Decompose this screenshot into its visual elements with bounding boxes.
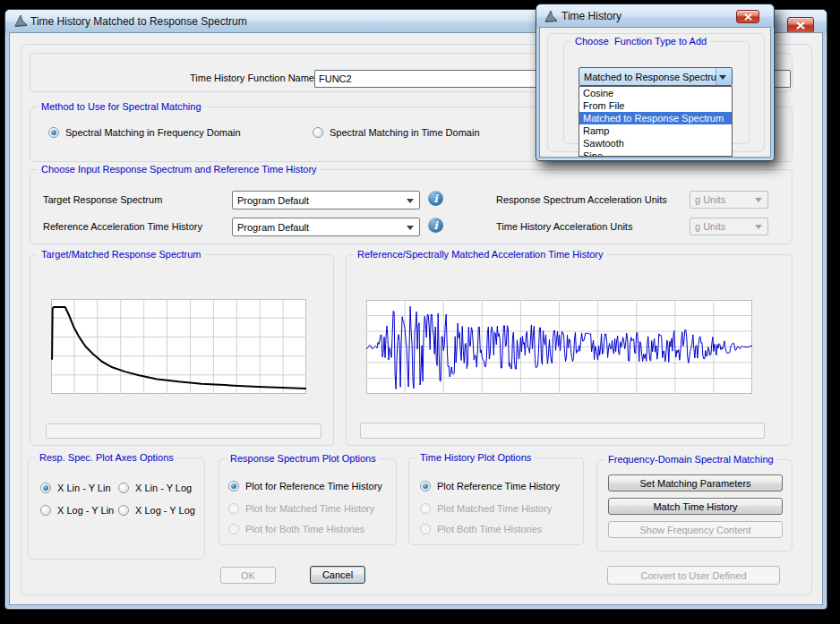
combo-value: Program Default [237, 222, 309, 233]
list-item-ramp[interactable]: Ramp [579, 124, 732, 137]
time-history-plot-title: Reference/Spectrally Matched Acceleratio… [354, 249, 607, 261]
radio-spectral-matching-time-domain[interactable]: Spectral Matching in Time Domain [313, 127, 480, 138]
radio-xlin-ylog[interactable]: X Lin - Y Log [118, 483, 192, 493]
radio-label: X Lin - Y Log [135, 483, 192, 493]
popup-title: Time History [561, 10, 621, 22]
spectrum-readout-bar [46, 423, 321, 439]
time-history-readout-bar [360, 423, 765, 439]
freq-matching-box: Frequency-Domain Spectral Matching Set M… [596, 459, 793, 551]
reference-time-history-label: Reference Acceleration Time History [43, 221, 202, 232]
convert-to-user-defined-button: Convert to User Defined [607, 566, 780, 585]
radio-label: Plot for Reference Time History [245, 481, 382, 492]
radio-icon [228, 503, 239, 514]
rs-plot-options-box: Response Spectrum Plot Options Plot for … [219, 458, 397, 545]
radio-plot-for-both-time-histories: Plot for Both Time Histories [228, 524, 364, 534]
radio-icon [40, 483, 51, 493]
chevron-down-icon [407, 226, 414, 230]
close-icon [744, 13, 752, 21]
input-section-title: Choose Input Response Spectrum and Refer… [38, 164, 321, 175]
radio-xlog-ylin[interactable]: X Log - Y Lin [40, 505, 114, 516]
radio-icon [420, 481, 431, 492]
function-name-label: Time History Function Name [117, 73, 314, 83]
rs-units-combo: g Units [690, 191, 768, 209]
response-spectrum-plot-box: Target/Matched Response Spectrum [30, 254, 334, 446]
combo-value: g Units [695, 194, 725, 205]
combo-value: Matched to Response Spectru [584, 72, 716, 82]
method-section-title: Method to Use for Spectral Matching [38, 101, 205, 113]
list-item-from-file[interactable]: From File [579, 99, 732, 112]
main-dialog-title: Time History Matched to Response Spectru… [30, 15, 247, 28]
axes-options-title: Resp. Spec. Plot Axes Options [36, 452, 177, 464]
radio-icon [420, 524, 431, 534]
chevron-down-icon [755, 225, 762, 229]
show-frequency-content-button: Show Frequency Content [608, 521, 783, 538]
radio-icon [118, 505, 129, 516]
radio-xlin-ylin[interactable]: X Lin - Y Lin [40, 483, 111, 493]
popup-client-area: Choose Function Type to Add Matched to R… [540, 28, 770, 157]
radio-icon [228, 524, 239, 534]
radio-plot-for-matched-time-history: Plot for Matched Time History [228, 503, 374, 514]
match-time-history-button[interactable]: Match Time History [608, 498, 783, 515]
radio-plot-both-time-histories: Plot Both Time Histories [420, 524, 542, 534]
radio-label: Plot Reference Time History [437, 481, 560, 492]
list-item-matched-to-response-spectrum[interactable]: Matched to Response Spectrum [579, 112, 732, 124]
list-item-cosine[interactable]: Cosine [579, 87, 732, 99]
target-spectrum-info-icon[interactable]: i [428, 191, 443, 206]
function-type-dropdown-list: Cosine From File Matched to Response Spe… [579, 86, 733, 157]
radio-icon [118, 483, 129, 493]
radio-label: Spectral Matching in Frequency Domain [65, 127, 241, 138]
chevron-down-icon [755, 198, 762, 202]
radio-label: X Log - Y Lin [57, 505, 114, 516]
target-response-spectrum-combo[interactable]: Program Default [232, 191, 420, 209]
popup-close-button[interactable] [736, 10, 759, 23]
radio-icon [228, 481, 239, 492]
time-history-popup-window: Time History Choose Function Type to Add… [536, 4, 775, 161]
set-matching-parameters-button[interactable]: Set Matching Parameters [608, 474, 783, 492]
th-plot-options-box: Time History Plot Options Plot Reference… [408, 457, 584, 545]
radio-label: Plot for Matched Time History [245, 503, 374, 514]
chevron-down-icon [719, 75, 726, 80]
radio-xlog-ylog[interactable]: X Log - Y Log [118, 505, 195, 516]
radio-spectral-matching-frequency-domain[interactable]: Spectral Matching in Frequency Domain [48, 127, 241, 138]
list-item-sawtooth[interactable]: Sawtooth [579, 137, 732, 150]
freq-matching-title: Frequency-Domain Spectral Matching [604, 454, 777, 466]
radio-icon [48, 127, 59, 138]
time-history-plot [366, 300, 752, 394]
main-close-button[interactable] [787, 17, 814, 33]
list-item-sine[interactable]: Sine [579, 150, 732, 157]
response-spectrum-plot [51, 299, 306, 394]
th-units-combo: g Units [690, 218, 768, 235]
combo-value: g Units [695, 221, 725, 232]
rs-plot-options-title: Response Spectrum Plot Options [227, 453, 380, 465]
app-icon [13, 14, 28, 29]
response-spectrum-plot-title: Target/Matched Response Spectrum [38, 249, 205, 261]
radio-icon [420, 503, 431, 514]
time-history-plot-box: Reference/Spectrally Matched Acceleratio… [346, 254, 793, 446]
target-response-spectrum-label: Target Response Spectrum [43, 194, 162, 205]
rs-units-label: Response Spectrum Acceleration Units [496, 194, 667, 205]
function-type-combo[interactable]: Matched to Response Spectru [579, 67, 733, 86]
th-plot-options-title: Time History Plot Options [416, 452, 535, 464]
radio-plot-reference-time-history[interactable]: Plot Reference Time History [420, 481, 560, 492]
th-units-label: Time History Acceleration Units [496, 221, 632, 232]
radio-label: Spectral Matching in Time Domain [330, 127, 480, 138]
axes-options-box: Resp. Spec. Plot Axes Options X Lin - Y … [28, 457, 205, 560]
reference-time-history-combo[interactable]: Program Default [232, 218, 420, 236]
radio-icon [313, 127, 323, 138]
app-icon [544, 10, 558, 24]
radio-label: Plot Matched Time History [437, 503, 552, 514]
screenshot-stage: Time History Matched to Response Spectru… [0, 0, 840, 624]
chevron-down-icon [407, 199, 414, 203]
radio-label: X Lin - Y Lin [57, 483, 111, 493]
radio-label: Plot for Both Time Histories [245, 524, 364, 534]
radio-icon [40, 505, 51, 516]
function-type-title: Choose Function Type to Add [571, 36, 710, 47]
combo-value: Program Default [237, 195, 309, 206]
radio-plot-matched-time-history: Plot Matched Time History [420, 503, 552, 514]
radio-plot-for-reference-time-history[interactable]: Plot for Reference Time History [228, 481, 382, 492]
reference-history-info-icon[interactable]: i [428, 218, 443, 233]
radio-label: X Log - Y Log [135, 505, 195, 516]
cancel-button[interactable]: Cancel [310, 566, 365, 584]
close-icon [796, 21, 805, 30]
radio-label: Plot Both Time Histories [437, 524, 542, 534]
